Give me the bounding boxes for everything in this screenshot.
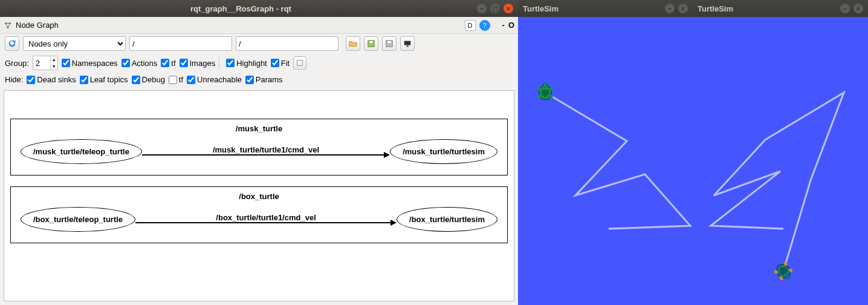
turtlesim-titlebar-2[interactable]: TurtleSim – ×	[693, 0, 868, 17]
svg-rect-8	[406, 46, 409, 47]
turtle-icon	[535, 82, 555, 103]
ns-filter-input-2[interactable]	[236, 36, 338, 51]
cb-images[interactable]: Images	[180, 59, 216, 68]
refresh-icon	[8, 39, 16, 48]
save-as-button[interactable]	[382, 36, 397, 51]
cb-params[interactable]: Params	[245, 75, 283, 84]
cb-dead-sinks[interactable]: Dead sinks	[27, 75, 76, 84]
ns-filter-input-1[interactable]	[129, 36, 232, 51]
group-value[interactable]	[33, 56, 50, 70]
spin-up[interactable]: ▲	[50, 56, 57, 63]
svg-rect-4	[369, 41, 372, 44]
rqt-window: rqt_graph__RosGraph - rqt – ⬚ × Node Gra…	[0, 0, 518, 305]
hide-label: Hide:	[5, 75, 23, 84]
monitor-icon	[403, 39, 412, 48]
namespace-title: /musk_turtle	[15, 124, 504, 133]
d-button[interactable]: D	[465, 20, 476, 31]
group-spinbox[interactable]: ▲▼	[33, 56, 58, 70]
cb-leaf-topics[interactable]: Leaf topics	[80, 75, 128, 84]
maximize-button[interactable]: ⬚	[490, 4, 500, 13]
rqt-titlebar[interactable]: rqt_graph__RosGraph - rqt – ⬚ ×	[0, 0, 518, 17]
close-button[interactable]: ×	[504, 4, 513, 13]
window-title: TurtleSim	[698, 4, 840, 13]
group-label: Group:	[5, 59, 29, 68]
hide-row: Hide: Dead sinks Leaf topics Debug tf Un…	[0, 73, 518, 87]
folder-open-icon	[349, 39, 357, 48]
fit-view-button[interactable]	[293, 56, 306, 70]
help-button[interactable]: ?	[479, 20, 490, 31]
save-icon	[367, 39, 375, 48]
save-button[interactable]	[364, 36, 378, 51]
svg-point-15	[550, 94, 553, 99]
close-button[interactable]: ×	[678, 4, 688, 13]
turtlesim-titlebar-1[interactable]: TurtleSim – ×	[518, 0, 693, 17]
group-row: Group: ▲▼ Namespaces Actions tf Images H…	[0, 53, 518, 73]
fit-icon	[296, 59, 304, 67]
namespace-box-box[interactable]: /box_turtle /box_turtle/teleop_turtle /b…	[10, 186, 508, 243]
open-button[interactable]	[346, 36, 360, 51]
turtlesim-window-1: TurtleSim – ×	[518, 0, 693, 305]
refresh-button[interactable]	[5, 36, 19, 51]
svg-point-13	[550, 87, 553, 91]
save-as-icon	[385, 39, 394, 48]
cb-actions[interactable]: Actions	[121, 59, 158, 68]
svg-point-12	[537, 87, 540, 91]
close-button[interactable]: ×	[853, 4, 863, 13]
node-turtlesim-box[interactable]: /box_turtle/turtlesim	[397, 207, 497, 232]
minimize-button[interactable]: –	[840, 4, 850, 13]
screenshot-button[interactable]	[400, 36, 415, 51]
panel-header: Node Graph D ? - O	[0, 17, 518, 34]
arrow-icon	[390, 220, 397, 226]
panel-title: Node Graph	[16, 21, 59, 30]
minimize-button[interactable]: –	[665, 4, 675, 13]
dash-label: -	[502, 21, 505, 30]
trail-1	[518, 17, 693, 305]
cb-namespaces[interactable]: Namespaces	[62, 59, 118, 68]
cb-debug[interactable]: Debug	[132, 75, 165, 84]
cb-unreachable[interactable]: Unreachable	[187, 75, 242, 84]
svg-rect-7	[404, 41, 411, 45]
edge-box: /box_turtle/turtle1/cmd_vel	[135, 213, 397, 226]
minimize-button[interactable]: –	[477, 4, 487, 13]
namespace-title: /box_turtle	[15, 192, 504, 201]
svg-rect-6	[387, 41, 390, 44]
svg-point-11	[543, 84, 548, 88]
cb-highlight[interactable]: Highlight	[226, 59, 267, 68]
cb-tf-hide[interactable]: tf	[169, 75, 183, 84]
namespace-box-musk[interactable]: /musk_turtle /musk_turtle/teleop_turtle …	[10, 119, 508, 175]
turtlesim-window-2: TurtleSim – ×	[693, 0, 868, 305]
node-teleop-musk[interactable]: /musk_turtle/teleop_turtle	[21, 139, 142, 164]
edge-musk: /musk_turtle/turtle1/cmd_vel	[142, 145, 390, 158]
turtlesim-canvas-1[interactable]	[518, 17, 693, 305]
view-mode-select[interactable]: Nodes only	[23, 36, 126, 51]
node-graph-icon	[4, 21, 12, 30]
window-title: TurtleSim	[523, 4, 665, 13]
graph-canvas[interactable]: /musk_turtle /musk_turtle/teleop_turtle …	[4, 90, 514, 301]
turtlesim-canvas-2[interactable]	[693, 17, 868, 305]
node-teleop-box[interactable]: /box_turtle/teleop_turtle	[21, 207, 135, 232]
svg-point-14	[537, 94, 540, 99]
cb-fit[interactable]: Fit	[271, 59, 290, 68]
window-title: rqt_graph__RosGraph - rqt	[5, 4, 477, 13]
node-turtlesim-musk[interactable]: /musk_turtle/turtlesim	[390, 139, 497, 164]
filter-row: Nodes only	[0, 34, 518, 53]
arrow-icon	[384, 152, 390, 158]
o-button[interactable]: O	[508, 21, 514, 30]
spin-down[interactable]: ▼	[50, 63, 57, 70]
svg-rect-9	[297, 61, 303, 66]
cb-tf[interactable]: tf	[161, 59, 175, 68]
